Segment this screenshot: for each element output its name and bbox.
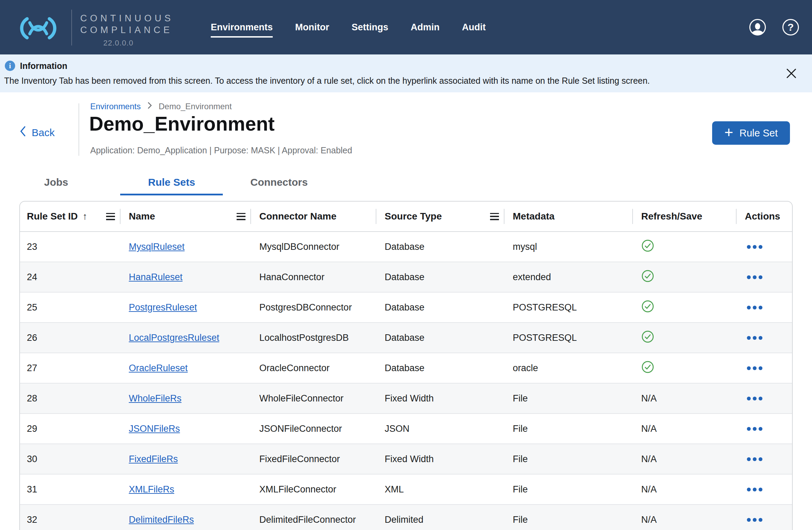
brand-line2: COMPLIANCE: [80, 24, 174, 36]
tab-jobs[interactable]: Jobs: [44, 176, 68, 188]
nav-item-audit[interactable]: Audit: [462, 22, 486, 33]
rule-set-id-cell: 25: [20, 293, 121, 322]
name-cell: XMLFileRs: [121, 475, 251, 504]
rule-set-name-link[interactable]: XMLFileRs: [129, 484, 174, 495]
connector-name-cell: DelimitedFileConnector: [251, 505, 376, 530]
rule-set-id-cell: 26: [20, 323, 121, 353]
refresh-save-na: N/A: [641, 393, 657, 404]
actions-cell: [737, 505, 792, 530]
refresh-save-cell: N/A: [633, 444, 737, 474]
check-circle-icon: [641, 300, 654, 315]
refresh-save-cell: N/A: [633, 505, 737, 530]
source-type-cell: Database: [376, 262, 504, 292]
name-cell: MysqlRuleset: [121, 232, 251, 262]
column-header-rule-set-id[interactable]: Rule Set ID ↑: [20, 202, 121, 231]
info-banner-message: The Inventory Tab has been removed from …: [4, 76, 650, 86]
connector-name-cell: OracleConnector: [251, 353, 376, 383]
rule-set-name-link[interactable]: LocalPostgresRuleset: [129, 333, 219, 343]
column-label: Refresh/Save: [641, 211, 702, 222]
ellipsis-icon[interactable]: [745, 334, 764, 342]
add-rule-set-button[interactable]: + Rule Set: [712, 121, 790, 145]
source-type-cell: Database: [376, 232, 504, 262]
rule-set-id-cell: 32: [20, 505, 121, 530]
ellipsis-icon[interactable]: [745, 425, 764, 433]
rule-set-name-link[interactable]: JSONFileRs: [129, 424, 180, 434]
close-icon[interactable]: [784, 67, 798, 80]
source-type-cell: Delimited: [376, 505, 504, 530]
table-row: 30 FixedFileRs FixedFileConnector Fixed …: [20, 444, 792, 474]
page-title: Demo_Environment: [89, 112, 274, 135]
source-type-cell: Fixed Width: [376, 444, 504, 474]
nav-item-admin[interactable]: Admin: [411, 22, 440, 33]
rule-set-id-cell: 30: [20, 444, 121, 474]
refresh-save-na: N/A: [641, 484, 657, 495]
breadcrumb-environments[interactable]: Environments: [90, 102, 141, 111]
rule-set-name-link[interactable]: OracleRuleset: [129, 363, 188, 374]
column-label: Actions: [745, 211, 780, 222]
column-header-source-type[interactable]: Source Type: [376, 202, 504, 231]
header-divider: [79, 103, 79, 156]
table-row: 28 WholeFileRs WholeFileConnector Fixed …: [20, 383, 792, 413]
ellipsis-icon[interactable]: [745, 395, 764, 402]
refresh-save-cell: [633, 323, 737, 353]
breadcrumb: Environments Demo_Environment: [90, 101, 232, 112]
delphix-infinity-logo: [19, 16, 58, 41]
ellipsis-icon[interactable]: [745, 243, 764, 251]
chevron-right-icon: [147, 101, 153, 112]
column-header-metadata: Metadata: [504, 202, 633, 231]
menu-icon[interactable]: [490, 213, 499, 220]
name-cell: WholeFileRs: [121, 384, 251, 413]
column-label: Connector Name: [259, 211, 336, 222]
help-icon[interactable]: ?: [782, 19, 799, 35]
metadata-cell: mysql: [504, 232, 633, 262]
rule-set-name-link[interactable]: MysqlRuleset: [129, 242, 185, 252]
column-header-name[interactable]: Name: [121, 202, 251, 231]
connector-name-cell: WholeFileConnector: [251, 384, 376, 413]
metadata-cell: File: [504, 384, 633, 413]
connector-name-cell: XMLFileConnector: [251, 475, 376, 504]
rule-set-name-link[interactable]: HanaRuleset: [129, 272, 183, 283]
table-row: 27 OracleRuleset OracleConnector Databas…: [20, 353, 792, 383]
back-button[interactable]: Back: [19, 125, 55, 140]
table-row: 23 MysqlRuleset MysqlDBConnector Databas…: [20, 232, 792, 262]
ellipsis-icon[interactable]: [745, 455, 764, 463]
column-header-refresh-save: Refresh/Save: [633, 202, 737, 231]
rule-set-name-link[interactable]: PostgresRuleset: [129, 302, 197, 313]
name-cell: LocalPostgresRuleset: [121, 323, 251, 353]
menu-icon[interactable]: [237, 213, 246, 220]
back-label: Back: [32, 127, 55, 139]
metadata-cell: POSTGRESQL: [504, 293, 633, 322]
rule-set-name-link[interactable]: DelimitedFileRs: [129, 514, 194, 525]
actions-cell: [737, 293, 792, 322]
table-header-row: Rule Set ID ↑ Name Connector Name Source…: [20, 202, 792, 232]
nav-item-settings[interactable]: Settings: [352, 22, 388, 33]
table-row: 24 HanaRuleset HanaConnector Database ex…: [20, 262, 792, 292]
rule-set-id-cell: 29: [20, 414, 121, 444]
ellipsis-icon[interactable]: [745, 486, 764, 493]
user-icon[interactable]: [749, 19, 766, 35]
menu-icon[interactable]: [106, 213, 115, 220]
check-circle-icon: [641, 330, 654, 346]
ellipsis-icon[interactable]: [745, 273, 764, 281]
source-type-cell: Database: [376, 293, 504, 322]
sort-asc-icon[interactable]: ↑: [83, 211, 87, 222]
tab-rule-sets[interactable]: Rule Sets: [148, 176, 195, 188]
nav-item-environments[interactable]: Environments: [211, 22, 273, 33]
ellipsis-icon[interactable]: [745, 304, 764, 312]
column-label: Rule Set ID: [27, 211, 78, 222]
connector-name-cell: PostgresDBConnector: [251, 293, 376, 322]
info-banner-title: Information: [20, 61, 67, 71]
nav-item-monitor[interactable]: Monitor: [295, 22, 329, 33]
table-row: 29 JSONFileRs JSONFileConnector JSON Fil…: [20, 413, 792, 444]
name-cell: DelimitedFileRs: [121, 505, 251, 530]
connector-name-cell: LocalhostPostgresDB: [251, 323, 376, 353]
ellipsis-icon[interactable]: [745, 364, 764, 372]
ellipsis-icon[interactable]: [745, 516, 764, 524]
refresh-save-cell: [633, 262, 737, 292]
table-row: 31 XMLFileRs XMLFileConnector XML File N…: [20, 474, 792, 504]
tab-connectors[interactable]: Connectors: [250, 176, 308, 188]
rule-set-name-link[interactable]: FixedFileRs: [129, 454, 178, 465]
name-cell: HanaRuleset: [121, 262, 251, 292]
rule-set-name-link[interactable]: WholeFileRs: [129, 393, 181, 404]
top-navbar: CONTINUOUS COMPLIANCE 22.0.0.0 Environme…: [0, 0, 812, 54]
